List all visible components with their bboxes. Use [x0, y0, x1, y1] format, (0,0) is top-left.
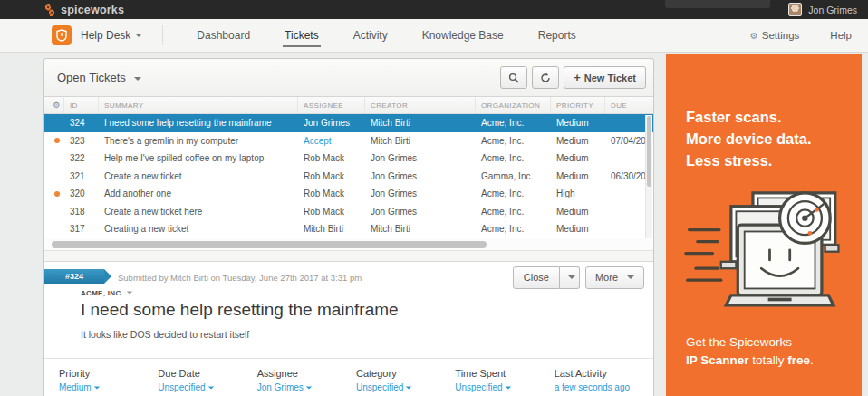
ticket-priority-cell[interactable]: Medium	[551, 153, 605, 163]
ticket-creator-cell[interactable]: Jon Grimes	[365, 207, 476, 217]
ticket-organization-cell[interactable]: Acme, Inc.	[476, 207, 551, 217]
field-value-dropdown[interactable]: Medium	[59, 382, 158, 392]
ticket-organization-cell[interactable]: Acme, Inc.	[476, 118, 551, 128]
vertical-scrollbar-thumb[interactable]	[647, 116, 651, 187]
ticket-priority-cell[interactable]: Medium	[551, 207, 605, 217]
tab-tickets[interactable]: Tickets	[275, 19, 328, 52]
column-header-creator[interactable]: CREATOR	[365, 97, 476, 113]
promo-sidebar[interactable]: Faster scans.More device data.Less stres…	[666, 54, 862, 396]
close-button[interactable]: Close	[513, 266, 560, 289]
more-button[interactable]: More	[585, 266, 644, 289]
tab-knowledge-base[interactable]: Knowledge Base	[413, 19, 513, 52]
table-row[interactable]: 317Creating a new ticketMitch BirtiMitch…	[44, 220, 653, 238]
ticket-assignee-cell[interactable]: Rob Mack	[298, 153, 365, 163]
ticket-id-cell[interactable]: 318	[64, 207, 99, 217]
promo-headline: Faster scans.More device data.Less stres…	[686, 107, 811, 172]
ticket-priority-cell[interactable]: Medium	[551, 224, 605, 234]
field-value-dropdown[interactable]: a few seconds ago	[555, 382, 653, 392]
app-switcher[interactable]: Help Desk	[81, 29, 130, 42]
help-button[interactable]: Help	[830, 30, 852, 41]
tab-reports[interactable]: Reports	[529, 19, 585, 52]
ticket-organization-cell[interactable]: Acme, Inc.	[476, 188, 551, 198]
field-value-dropdown[interactable]: Unspecified	[455, 382, 554, 392]
column-header-id[interactable]: ID	[64, 97, 99, 113]
ticket-summary-cell[interactable]: Create a new ticket	[99, 171, 298, 181]
shield-icon	[56, 29, 67, 42]
column-header-priority[interactable]: PRIORITY	[551, 97, 605, 113]
refresh-button[interactable]	[532, 66, 559, 89]
ticket-summary-cell[interactable]: I need some help resetting the mainframe	[99, 118, 298, 128]
ticket-organization-cell[interactable]: Acme, Inc.	[476, 224, 551, 234]
table-row[interactable]: 323There's a gremlin in my computerAccep…	[44, 132, 653, 150]
close-dropdown-button[interactable]	[560, 266, 580, 289]
user-name[interactable]: Jon Grimes	[808, 5, 857, 15]
ticket-id-cell[interactable]: 321	[64, 171, 99, 181]
ticket-due-cell[interactable]: 06/30/20	[605, 171, 648, 181]
table-row[interactable]: 324I need some help resetting the mainfr…	[44, 114, 653, 132]
settings-button[interactable]: ⚙ Settings	[750, 30, 800, 41]
field-value-dropdown[interactable]: Jon Grimes	[257, 382, 356, 392]
ticket-organization-cell[interactable]: Acme, Inc.	[476, 136, 551, 146]
field-value-text: Unspecified	[158, 382, 205, 392]
search-button[interactable]	[500, 66, 527, 89]
tab-activity[interactable]: Activity	[344, 19, 397, 52]
ticket-creator-cell[interactable]: Mitch Birti	[365, 118, 476, 128]
ticket-assignee-cell[interactable]: Mitch Birti	[298, 224, 365, 234]
ticket-creator-cell[interactable]: Jon Grimes	[365, 188, 476, 198]
horizontal-scrollbar[interactable]	[44, 238, 653, 251]
user-avatar[interactable]	[788, 3, 802, 16]
pane-splitter-handle[interactable]: · · ·	[44, 251, 653, 262]
table-row[interactable]: 318Create a new ticket hereRob MackJon G…	[44, 203, 653, 221]
ticket-creator-cell[interactable]: Mitch Birti	[365, 224, 476, 234]
ticket-assignee-cell[interactable]: Accept	[298, 136, 365, 146]
ticket-due-cell[interactable]: 07/04/20	[605, 136, 648, 146]
ticket-assignee-cell[interactable]: Rob Mack	[298, 207, 365, 217]
ticket-view-selector[interactable]: Open Tickets	[57, 71, 141, 84]
promo-cta-text[interactable]: Get the Spiceworks IP Scanner totally fr…	[686, 333, 814, 371]
ticket-organization-cell[interactable]: Acme, Inc.	[476, 153, 551, 163]
spiceworks-logo-icon	[43, 4, 56, 16]
ticket-priority-cell[interactable]: Medium	[551, 118, 605, 128]
ticket-summary-cell[interactable]: There's a gremlin in my computer	[99, 136, 298, 146]
helpdesk-app-icon[interactable]	[52, 25, 72, 45]
column-header-summary[interactable]: SUMMARY	[99, 97, 298, 113]
field-value-dropdown[interactable]: Unspecified	[356, 382, 455, 392]
column-header-assignee[interactable]: ASSIGNEE	[298, 97, 365, 113]
ticket-creator-cell[interactable]: Jon Grimes	[365, 153, 476, 163]
column-header-organization[interactable]: ORGANIZATION	[476, 97, 551, 113]
organization-selector[interactable]: ACME, INC.	[81, 289, 133, 297]
ticket-priority-cell[interactable]: Medium	[551, 136, 605, 146]
ticket-id-cell[interactable]: 317	[64, 224, 99, 234]
table-row[interactable]: 320Add another oneRob MackJon GrimesAcme…	[44, 185, 653, 203]
table-row[interactable]: 322Help me I've spilled coffee on my lap…	[44, 150, 653, 168]
ticket-creator-cell[interactable]: Mitch Birti	[365, 136, 476, 146]
column-settings-gear[interactable]: ⚙	[44, 97, 64, 113]
ticket-id-cell[interactable]: 322	[64, 153, 99, 163]
topbar-search-input[interactable]	[665, 0, 770, 8]
ticket-summary-cell[interactable]: Create a new ticket here	[99, 207, 298, 217]
ticket-assignee-cell[interactable]: Rob Mack	[298, 171, 365, 181]
ticket-priority-cell[interactable]: High	[551, 188, 605, 198]
ticket-priority-cell[interactable]: Medium	[551, 171, 605, 181]
field-value-dropdown[interactable]: Unspecified	[158, 382, 256, 392]
ticket-assignee-cell[interactable]: Jon Grimes	[298, 118, 365, 128]
new-ticket-button[interactable]: + New Ticket	[564, 66, 646, 89]
ticket-id-cell[interactable]: 323	[64, 136, 99, 146]
ticket-id-cell[interactable]: 324	[64, 118, 99, 128]
column-header-due[interactable]: DUE	[605, 97, 648, 113]
ticket-id-cell[interactable]: 320	[64, 188, 99, 198]
ticket-creator-cell[interactable]: Jon Grimes	[365, 171, 476, 181]
promo-cta-free: free	[787, 353, 810, 367]
ticket-organization-cell[interactable]: Gamma, Inc.	[476, 171, 551, 181]
table-row[interactable]: 321Create a new ticketRob MackJon Grimes…	[44, 168, 653, 186]
ticket-assignee-cell[interactable]: Rob Mack	[298, 188, 365, 198]
ticket-summary-cell[interactable]: Add another one	[99, 188, 298, 198]
vertical-scrollbar[interactable]	[645, 115, 652, 239]
ticket-summary-cell[interactable]: Creating a new ticket	[99, 224, 298, 234]
field-label: Last Activity	[555, 368, 653, 379]
ticket-summary-cell[interactable]: Help me I've spilled coffee on my laptop	[99, 153, 298, 163]
accept-link[interactable]: Accept	[304, 136, 332, 146]
horizontal-scrollbar-thumb[interactable]	[52, 241, 487, 248]
tab-dashboard[interactable]: Dashboard	[188, 19, 259, 52]
spiceworks-logo[interactable]: spiceworks	[43, 4, 124, 16]
